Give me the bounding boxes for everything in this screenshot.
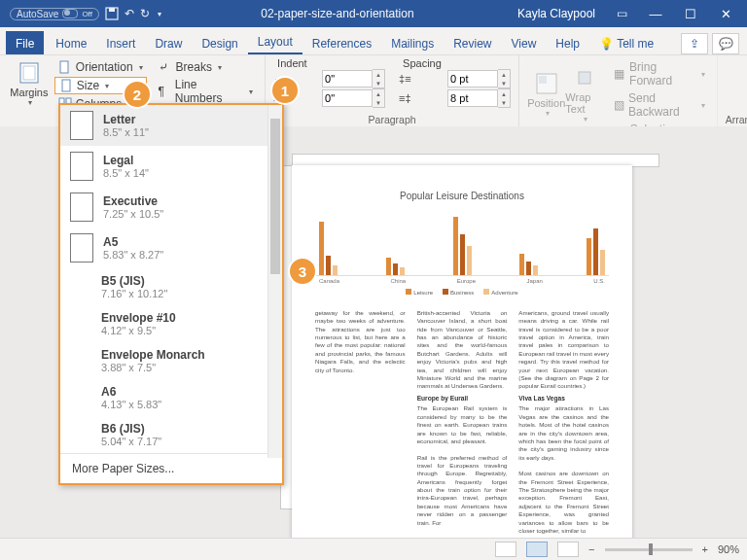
size-option-envelope-10[interactable]: Envelope #104.12" x 9.5": [60, 305, 282, 342]
ribbon-options-icon[interactable]: ▭: [605, 7, 638, 20]
page-icon: [70, 192, 93, 222]
minimize-button[interactable]: —: [638, 7, 673, 21]
tab-mailings[interactable]: Mailings: [381, 31, 444, 54]
tab-help[interactable]: Help: [546, 31, 589, 54]
svg-rect-1: [109, 8, 115, 12]
zoom-out-button[interactable]: −: [588, 543, 594, 555]
tab-file[interactable]: File: [6, 31, 44, 54]
zoom-level[interactable]: 90%: [718, 543, 739, 555]
size-option-a6[interactable]: A64.13" x 5.83": [60, 379, 282, 416]
document-title: 02-paper-size-and-orientation: [167, 7, 508, 20]
size-option-executive[interactable]: Executive7.25" x 10.5": [60, 187, 282, 228]
wrap-text-button: Wrap Text▾: [565, 57, 603, 127]
zoom-in-button[interactable]: +: [702, 543, 708, 555]
send-backward-button: ▧Send Backward▾: [610, 90, 709, 120]
breaks-button[interactable]: ⤶Breaks▾: [155, 59, 258, 75]
tab-design[interactable]: Design: [192, 31, 247, 54]
svg-rect-5: [62, 80, 70, 91]
chart: [315, 207, 609, 276]
tab-layout[interactable]: Layout: [248, 29, 302, 54]
svg-rect-4: [60, 61, 68, 73]
margins-button[interactable]: Margins▾: [8, 57, 51, 107]
more-paper-sizes[interactable]: More Paper Sizes...: [60, 453, 282, 483]
tab-home[interactable]: Home: [46, 31, 96, 54]
svg-rect-9: [539, 76, 547, 84]
size-dropdown: Letter8.5" x 11"Legal8.5" x 14"Executive…: [58, 103, 284, 485]
arrange-group-label: Arrange: [726, 114, 747, 127]
chart-legend: LeisureBusinessAdventure: [315, 289, 609, 296]
autosave-toggle[interactable]: AutoSaveOff: [10, 8, 99, 20]
spacing-after-input[interactable]: ▲▼: [447, 88, 511, 108]
document-page[interactable]: Popular Leisure Destinations CanadaChina…: [292, 165, 632, 539]
indent-right-input[interactable]: ▲▼: [322, 88, 385, 108]
size-option-b5-jis-[interactable]: B5 (JIS)7.16" x 10.12": [60, 268, 282, 305]
indent-label: Indent: [273, 57, 385, 69]
page-icon: [70, 233, 93, 262]
callout-2: 2: [124, 82, 150, 107]
tab-review[interactable]: Review: [444, 31, 501, 54]
paragraph-group-label: Paragraph: [273, 114, 511, 127]
user-name[interactable]: Kayla Claypool: [508, 7, 605, 20]
line-numbers-button[interactable]: ¶Line Numbers▾: [155, 77, 258, 106]
title-bar: AutoSaveOff ↶ ↻ ▾ 02-paper-size-and-orie…: [0, 0, 747, 27]
bring-forward-button: ▦Bring Forward▾: [610, 59, 709, 88]
svg-rect-10: [579, 72, 590, 84]
page-icon: [70, 111, 93, 140]
chart-title: Popular Leisure Destinations: [315, 191, 609, 201]
web-layout-button[interactable]: [557, 542, 579, 557]
comments-button[interactable]: 💬: [712, 33, 739, 54]
share-button[interactable]: ⇪: [681, 33, 708, 54]
orientation-button[interactable]: Orientation▾: [54, 59, 147, 75]
callout-1: 1: [272, 78, 298, 103]
close-button[interactable]: ✕: [708, 7, 743, 21]
page-icon: [70, 152, 93, 181]
zoom-slider[interactable]: [605, 548, 693, 551]
size-option-envelope-monarch[interactable]: Envelope Monarch3.88" x 7.5": [60, 342, 282, 379]
print-layout-button[interactable]: [526, 542, 548, 557]
tell-me[interactable]: 💡 Tell me: [589, 31, 663, 54]
tab-draw[interactable]: Draw: [145, 31, 192, 54]
size-option-a5[interactable]: A55.83" x 8.27": [60, 228, 282, 268]
tab-references[interactable]: References: [302, 31, 381, 54]
tab-view[interactable]: View: [502, 31, 547, 54]
maximize-button[interactable]: ☐: [673, 7, 708, 21]
read-mode-button[interactable]: [495, 542, 516, 557]
tab-insert[interactable]: Insert: [96, 31, 145, 54]
ribbon-tabs: File Home Insert Draw Design Layout Refe…: [0, 27, 747, 55]
dropdown-scrollbar[interactable]: [267, 105, 282, 458]
redo-icon[interactable]: ↻: [140, 7, 150, 20]
indent-left-input[interactable]: ▲▼: [322, 69, 385, 88]
size-option-letter[interactable]: Letter8.5" x 11": [60, 105, 282, 146]
status-bar: − + 90%: [0, 538, 747, 560]
size-option-b6-jis-[interactable]: B6 (JIS)5.04" x 7.17": [60, 416, 282, 453]
spacing-before-input[interactable]: ▲▼: [447, 69, 511, 88]
callout-3: 3: [290, 259, 315, 284]
position-button: Position▾: [527, 57, 565, 127]
undo-icon[interactable]: ↶: [124, 7, 134, 20]
size-option-legal[interactable]: Legal8.5" x 14": [60, 146, 282, 187]
spacing-label: Spacing: [399, 57, 511, 69]
save-icon[interactable]: [105, 7, 119, 20]
